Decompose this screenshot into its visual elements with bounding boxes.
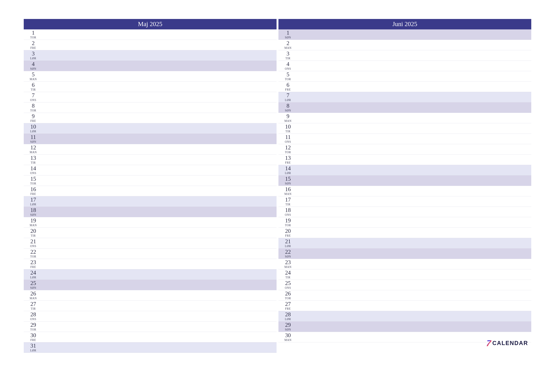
day-cell: 10TIR bbox=[278, 123, 298, 134]
day-number: 8 bbox=[32, 103, 35, 109]
day-number: 4 bbox=[286, 61, 289, 67]
day-name: LØR bbox=[285, 244, 291, 248]
month-col-may: Maj 2025 1TOR2FRE3LØR4SØN5MAN6TIR7ONS8TO… bbox=[24, 19, 277, 353]
day-row: 13TIR bbox=[24, 155, 277, 165]
day-cell: 25ONS bbox=[278, 280, 298, 290]
day-number: 22 bbox=[30, 249, 36, 255]
day-row: 29SØN bbox=[278, 321, 531, 332]
day-row: 4ONS bbox=[278, 61, 531, 71]
day-name: SØN bbox=[285, 182, 291, 185]
day-number: 11 bbox=[285, 134, 291, 140]
day-name: LØR bbox=[30, 203, 37, 206]
day-name: TOR bbox=[30, 109, 37, 112]
day-cell: 2FRE bbox=[24, 40, 43, 50]
day-row: 10TIR bbox=[278, 123, 531, 134]
day-note-space bbox=[43, 113, 277, 123]
day-row: 5TOR bbox=[278, 71, 531, 82]
day-row: 11ONS bbox=[278, 134, 531, 144]
day-cell: 20FRE bbox=[278, 228, 298, 238]
day-name: ONS bbox=[285, 286, 291, 290]
day-row: 23FRE bbox=[24, 259, 277, 269]
day-cell: 11ONS bbox=[278, 134, 298, 144]
day-number: 21 bbox=[285, 239, 291, 244]
day-name: TIR bbox=[31, 234, 36, 237]
day-name: SØN bbox=[30, 140, 36, 143]
day-number: 17 bbox=[30, 197, 36, 202]
day-cell: 23MAN bbox=[278, 259, 298, 269]
day-note-space bbox=[298, 207, 531, 217]
day-row: 20FRE bbox=[278, 228, 531, 238]
day-name: ONS bbox=[30, 99, 36, 102]
day-name: ONS bbox=[285, 140, 291, 143]
day-number: 14 bbox=[285, 165, 291, 171]
day-name: ONS bbox=[30, 318, 36, 321]
day-name: LØR bbox=[285, 99, 291, 102]
day-number: 12 bbox=[30, 145, 36, 150]
day-row: 19MAN bbox=[24, 217, 277, 228]
month-columns: Maj 2025 1TOR2FRE3LØR4SØN5MAN6TIR7ONS8TO… bbox=[24, 19, 531, 353]
day-name: LØR bbox=[285, 171, 291, 175]
day-row: 17LØR bbox=[24, 196, 277, 207]
day-cell: 26MAN bbox=[24, 290, 43, 300]
day-row: 21ONS bbox=[24, 238, 277, 249]
day-cell: 24LØR bbox=[24, 269, 43, 280]
day-name: MAN bbox=[284, 46, 292, 50]
day-name: ONS bbox=[285, 213, 291, 217]
day-row: 7LØR bbox=[278, 92, 531, 102]
day-row: 3TIR bbox=[278, 50, 531, 61]
month-header: Juni 2025 bbox=[278, 19, 531, 29]
day-name: SØN bbox=[285, 255, 291, 258]
day-row: 25SØN bbox=[24, 280, 277, 290]
day-cell: 22TOR bbox=[24, 249, 43, 259]
day-name: LØR bbox=[30, 130, 37, 133]
day-number: 18 bbox=[285, 207, 291, 213]
day-row: 14LØR bbox=[278, 165, 531, 175]
day-number: 30 bbox=[30, 332, 36, 338]
day-row: 9MAN bbox=[278, 113, 531, 123]
day-row: 29TOR bbox=[24, 321, 277, 332]
day-row: 9FRE bbox=[24, 113, 277, 123]
day-name: TOR bbox=[285, 151, 291, 154]
day-name: TOR bbox=[30, 36, 37, 39]
day-cell: 12TOR bbox=[278, 144, 298, 154]
day-row: 12TOR bbox=[278, 144, 531, 155]
day-note-space bbox=[43, 207, 277, 217]
day-number: 19 bbox=[30, 218, 36, 223]
day-number: 28 bbox=[285, 312, 291, 317]
day-number: 7 bbox=[286, 93, 289, 98]
day-number: 1 bbox=[32, 30, 35, 36]
day-number: 5 bbox=[32, 71, 35, 77]
day-note-space bbox=[298, 134, 531, 144]
day-row: 18SØN bbox=[24, 207, 277, 217]
day-row: 27FRE bbox=[278, 301, 531, 311]
day-number: 22 bbox=[285, 249, 291, 255]
day-note-space bbox=[298, 311, 531, 321]
day-cell: 14LØR bbox=[278, 165, 298, 175]
day-name: FRE bbox=[30, 265, 36, 269]
day-name: FRE bbox=[30, 338, 36, 342]
day-name: SØN bbox=[30, 286, 36, 290]
day-note-space bbox=[43, 82, 277, 92]
day-cell: 6TIR bbox=[24, 82, 43, 92]
day-name: MAN bbox=[284, 192, 292, 196]
day-note-space bbox=[43, 249, 277, 259]
day-row: 14ONS bbox=[24, 165, 277, 175]
day-cell: 4ONS bbox=[278, 61, 298, 71]
day-name: MAN bbox=[29, 78, 37, 81]
day-note-space bbox=[43, 165, 277, 175]
day-number: 20 bbox=[285, 228, 291, 234]
day-number: 15 bbox=[30, 176, 36, 182]
day-number: 2 bbox=[32, 40, 35, 46]
day-name: SØN bbox=[285, 109, 291, 112]
day-row: 26TOR bbox=[278, 290, 531, 301]
day-cell: 5MAN bbox=[24, 71, 43, 81]
day-note-space bbox=[298, 92, 531, 102]
day-number: 6 bbox=[32, 82, 35, 88]
day-name: TOR bbox=[285, 78, 291, 81]
day-note-space bbox=[43, 311, 277, 321]
day-cell: 29SØN bbox=[278, 321, 298, 332]
day-number: 26 bbox=[30, 291, 36, 296]
day-number: 6 bbox=[286, 82, 289, 88]
day-cell: 20TIR bbox=[24, 228, 43, 238]
day-row: 23MAN bbox=[278, 259, 531, 269]
